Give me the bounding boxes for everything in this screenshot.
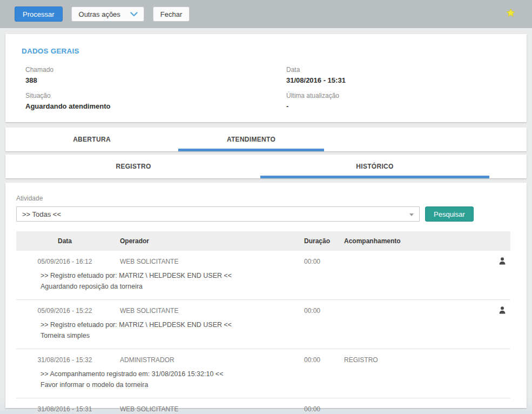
tab-label: REGISTRO bbox=[116, 163, 151, 170]
tab-registro[interactable]: REGISTRO bbox=[19, 155, 248, 178]
field-value: 31/08/2016 - 15:31 bbox=[286, 76, 516, 84]
section-title: DADOS GERAIS bbox=[22, 47, 516, 55]
row-date: 31/08/2016 - 15:32 bbox=[16, 356, 113, 364]
row-tracking: REGISTRO bbox=[331, 356, 476, 364]
row-message: >> Acompanhamento registrado em: 31/08/2… bbox=[16, 364, 510, 398]
column-header-acompanhamento: Acompanhamento bbox=[331, 237, 476, 245]
row-duration: 00:00 bbox=[292, 307, 331, 315]
action-toolbar: Processar Outras ações Fechar bbox=[0, 0, 532, 28]
tab-abertura[interactable]: ABERTURA bbox=[19, 128, 165, 151]
row-date: 31/08/2016 - 15:31 bbox=[16, 405, 113, 413]
row-message: >> Registro efetuado por: MATRIZ \ HELPD… bbox=[16, 315, 510, 349]
row-duration: 00:00 bbox=[292, 258, 331, 265]
field-situacao: Situação Aguardando atendimento bbox=[25, 92, 286, 110]
history-panel: Atividade >> Todas << Pesquisar Data Ope… bbox=[5, 183, 527, 408]
row-message-line: >> Acompanhamento registrado em: 31/08/2… bbox=[41, 369, 505, 379]
row-operator: ADMINISTRADOR bbox=[113, 356, 292, 364]
active-tab-underline bbox=[178, 149, 324, 151]
row-message-line: >> Registro efetuado por: MATRIZ \ HELPD… bbox=[41, 319, 505, 330]
search-button[interactable]: Pesquisar bbox=[425, 206, 474, 222]
history-table-header: Data Operador Duração Acompanhamento bbox=[16, 231, 510, 251]
row-duration: 00:00 bbox=[292, 356, 331, 364]
column-header-operador: Operador bbox=[113, 237, 292, 245]
active-tab-underline bbox=[260, 176, 489, 178]
table-row: 31/08/2016 - 15:31 WEB SOLICITANTE 00:00… bbox=[16, 398, 510, 414]
table-row: 05/09/2016 - 16:12 WEB SOLICITANTE 00:00… bbox=[16, 251, 510, 300]
field-ultima-atualizacao: Última atualização - bbox=[286, 92, 516, 110]
field-value: 388 bbox=[25, 76, 286, 84]
tab-label: ABERTURA bbox=[73, 136, 111, 143]
table-row: 05/09/2016 - 15:22 WEB SOLICITANTE 00:00… bbox=[16, 300, 510, 349]
column-header-duracao: Duração bbox=[292, 237, 331, 245]
history-table: Data Operador Duração Acompanhamento 05/… bbox=[16, 231, 510, 414]
field-label: Chamado bbox=[25, 66, 286, 74]
activity-select[interactable]: >> Todas << bbox=[16, 206, 420, 222]
process-button[interactable]: Processar bbox=[15, 6, 63, 22]
field-value: Aguardando atendimento bbox=[25, 102, 286, 110]
row-message: >> Registro efetuado por: MATRIZ \ HELPD… bbox=[16, 265, 510, 299]
person-icon bbox=[476, 258, 510, 265]
row-message-line: >> Registro efetuado por: MATRIZ \ HELPD… bbox=[41, 270, 505, 281]
field-value: - bbox=[286, 102, 516, 110]
activity-select-value: >> Todas << bbox=[22, 210, 61, 218]
table-row: 31/08/2016 - 15:32 ADMINISTRADOR 00:00 R… bbox=[16, 349, 510, 398]
other-actions-dropdown[interactable]: Outras ações bbox=[71, 6, 144, 22]
row-message-line: Torneira simples bbox=[41, 330, 505, 341]
field-label: Data bbox=[286, 66, 516, 74]
tab-label: ATENDIMENTO bbox=[227, 136, 275, 143]
person-icon bbox=[476, 307, 510, 315]
activity-filter-label: Atividade bbox=[16, 195, 516, 202]
row-message-line: Favor informar o modelo da torneira bbox=[41, 379, 505, 390]
field-chamado: Chamado 388 bbox=[25, 66, 286, 84]
close-button[interactable]: Fechar bbox=[153, 6, 190, 22]
column-header-data: Data bbox=[16, 237, 113, 245]
row-date: 05/09/2016 - 16:12 bbox=[16, 258, 113, 265]
general-fields: Chamado 388 Data 31/08/2016 - 15:31 Situ… bbox=[16, 66, 516, 110]
activity-filter-row: >> Todas << Pesquisar bbox=[16, 206, 516, 222]
tab-atendimento[interactable]: ATENDIMENTO bbox=[178, 128, 324, 151]
row-operator: WEB SOLICITANTE bbox=[113, 258, 292, 265]
select-arrow-icon bbox=[409, 213, 414, 216]
general-data-panel: DADOS GERAIS Chamado 388 Data 31/08/2016… bbox=[5, 34, 527, 122]
favorite-star-icon[interactable] bbox=[506, 8, 515, 17]
row-duration: 00:00 bbox=[292, 405, 331, 413]
primary-tabbar: ABERTURA ATENDIMENTO bbox=[5, 128, 527, 151]
row-operator: WEB SOLICITANTE bbox=[113, 405, 292, 413]
other-actions-label: Outras ações bbox=[79, 10, 120, 18]
tab-label: HISTÓRICO bbox=[356, 163, 393, 170]
row-date: 05/09/2016 - 15:22 bbox=[16, 307, 113, 315]
field-label: Situação bbox=[25, 92, 286, 99]
row-operator: WEB SOLICITANTE bbox=[113, 307, 292, 315]
field-label: Última atualização bbox=[286, 92, 516, 99]
chevron-down-icon bbox=[130, 12, 138, 17]
tab-historico[interactable]: HISTÓRICO bbox=[260, 155, 489, 178]
row-message-line: Aguardando reposição da torneira bbox=[41, 281, 505, 292]
secondary-tabbar: REGISTRO HISTÓRICO bbox=[5, 155, 527, 178]
field-data: Data 31/08/2016 - 15:31 bbox=[286, 66, 516, 84]
